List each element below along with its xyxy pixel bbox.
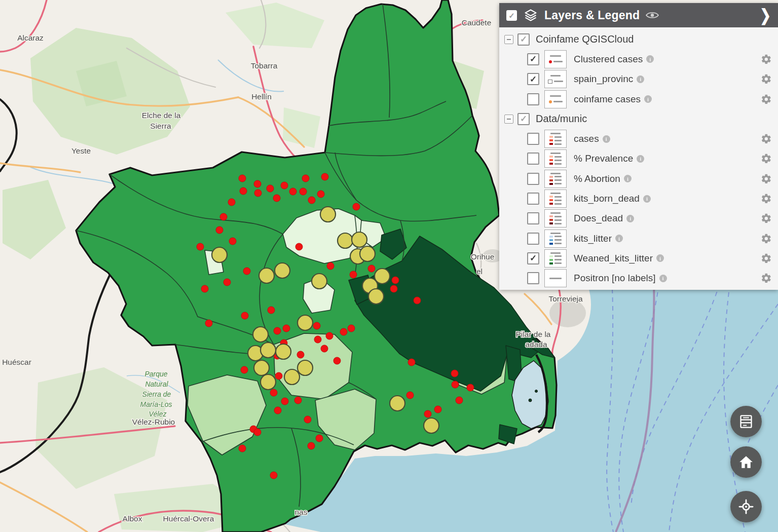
case-point[interactable]: [240, 187, 247, 195]
case-point[interactable]: [414, 297, 421, 304]
case-point[interactable]: [321, 173, 328, 180]
case-point[interactable]: [241, 312, 248, 319]
layer-info-icon[interactable]: i: [659, 275, 667, 282]
case-point[interactable]: [274, 407, 281, 414]
case-point[interactable]: [434, 406, 441, 413]
layer-settings-gear-icon[interactable]: [761, 193, 772, 204]
case-point[interactable]: [197, 243, 204, 250]
case-point[interactable]: [294, 397, 302, 404]
case-point[interactable]: [270, 389, 277, 396]
collapse-panel-arrow-icon[interactable]: ❯: [760, 7, 771, 24]
layer-checkbox[interactable]: ✓: [527, 193, 539, 205]
clustered-case-point[interactable]: [259, 268, 274, 283]
case-point[interactable]: [275, 372, 282, 379]
case-point[interactable]: [424, 410, 431, 417]
clustered-case-point[interactable]: [276, 344, 291, 359]
case-point[interactable]: [254, 180, 261, 187]
case-point[interactable]: [254, 429, 261, 436]
layer-info-icon[interactable]: i: [646, 55, 654, 63]
layer-info-icon[interactable]: i: [656, 254, 664, 262]
case-point[interactable]: [201, 285, 208, 292]
layer-checkbox[interactable]: ✓: [527, 73, 539, 85]
case-point[interactable]: [239, 175, 246, 182]
layer-settings-gear-icon[interactable]: [761, 54, 772, 65]
group-collapse-icon[interactable]: [504, 115, 513, 124]
case-point[interactable]: [270, 472, 277, 479]
clustered-case-point[interactable]: [261, 343, 276, 358]
layer-settings-gear-icon[interactable]: [761, 153, 772, 164]
case-point[interactable]: [229, 238, 236, 245]
layer-settings-gear-icon[interactable]: [761, 73, 772, 85]
layer-info-icon[interactable]: i: [643, 195, 651, 203]
home-button[interactable]: [730, 446, 762, 478]
layer-checkbox[interactable]: ✓: [527, 153, 539, 165]
clustered-case-point[interactable]: [284, 369, 300, 385]
layer-checkbox[interactable]: ✓: [527, 53, 539, 65]
case-point[interactable]: [254, 189, 262, 197]
clustered-case-point[interactable]: [352, 232, 367, 247]
case-point[interactable]: [348, 325, 355, 332]
case-point[interactable]: [241, 366, 248, 373]
case-point[interactable]: [350, 271, 357, 278]
case-point[interactable]: [456, 397, 463, 404]
case-point[interactable]: [327, 262, 334, 270]
case-point[interactable]: [224, 279, 231, 286]
group-collapse-icon[interactable]: [504, 35, 513, 44]
case-point[interactable]: [297, 351, 304, 358]
case-point[interactable]: [283, 325, 290, 332]
case-point[interactable]: [289, 188, 297, 195]
layer-checkbox[interactable]: ✓: [527, 212, 539, 224]
case-point[interactable]: [392, 277, 399, 284]
locate-button[interactable]: [730, 491, 762, 522]
case-point[interactable]: [321, 345, 328, 352]
case-point[interactable]: [267, 185, 274, 192]
layer-info-icon[interactable]: i: [644, 95, 652, 103]
case-point[interactable]: [228, 199, 235, 206]
clustered-case-point[interactable]: [254, 360, 269, 375]
group-checkbox[interactable]: ✓: [517, 33, 530, 46]
case-point[interactable]: [274, 327, 281, 334]
layer-checkbox[interactable]: ✓: [527, 233, 539, 245]
clustered-case-point[interactable]: [298, 315, 313, 330]
layer-info-icon[interactable]: i: [603, 135, 610, 143]
clustered-case-point[interactable]: [424, 418, 439, 433]
case-point[interactable]: [220, 213, 227, 220]
clustered-case-point[interactable]: [360, 246, 375, 261]
clustered-case-point[interactable]: [390, 396, 405, 411]
clustered-case-point[interactable]: [275, 263, 290, 278]
layer-info-icon[interactable]: i: [637, 75, 644, 83]
case-point[interactable]: [353, 203, 360, 210]
layer-info-icon[interactable]: i: [624, 175, 632, 182]
case-point[interactable]: [239, 445, 246, 452]
case-point[interactable]: [300, 188, 307, 195]
layer-checkbox[interactable]: ✓: [527, 252, 539, 264]
layer-settings-gear-icon[interactable]: [761, 94, 772, 105]
case-point[interactable]: [406, 392, 414, 399]
layer-settings-gear-icon[interactable]: [761, 133, 772, 144]
case-point[interactable]: [205, 320, 212, 327]
case-point[interactable]: [368, 265, 375, 272]
clustered-case-point[interactable]: [320, 207, 336, 222]
case-point[interactable]: [451, 370, 458, 377]
case-point[interactable]: [340, 328, 347, 335]
case-point[interactable]: [268, 307, 275, 314]
layer-checkbox[interactable]: ✓: [527, 93, 539, 105]
case-point[interactable]: [334, 357, 341, 364]
case-point[interactable]: [216, 226, 223, 234]
layer-settings-gear-icon[interactable]: [761, 233, 772, 244]
layer-info-icon[interactable]: i: [637, 155, 644, 163]
clustered-case-point[interactable]: [253, 327, 268, 342]
case-point[interactable]: [295, 243, 303, 250]
case-point[interactable]: [452, 381, 459, 388]
all-layers-checkbox[interactable]: ✓: [506, 10, 517, 21]
case-point[interactable]: [281, 398, 288, 405]
clustered-case-point[interactable]: [298, 360, 313, 375]
case-point[interactable]: [316, 435, 323, 442]
clustered-case-point[interactable]: [312, 274, 327, 289]
clustered-case-point[interactable]: [338, 233, 353, 248]
layer-settings-gear-icon[interactable]: [761, 253, 772, 264]
case-point[interactable]: [302, 175, 309, 182]
layer-info-icon[interactable]: i: [615, 235, 623, 242]
layer-settings-gear-icon[interactable]: [761, 173, 772, 184]
case-point[interactable]: [308, 442, 315, 449]
